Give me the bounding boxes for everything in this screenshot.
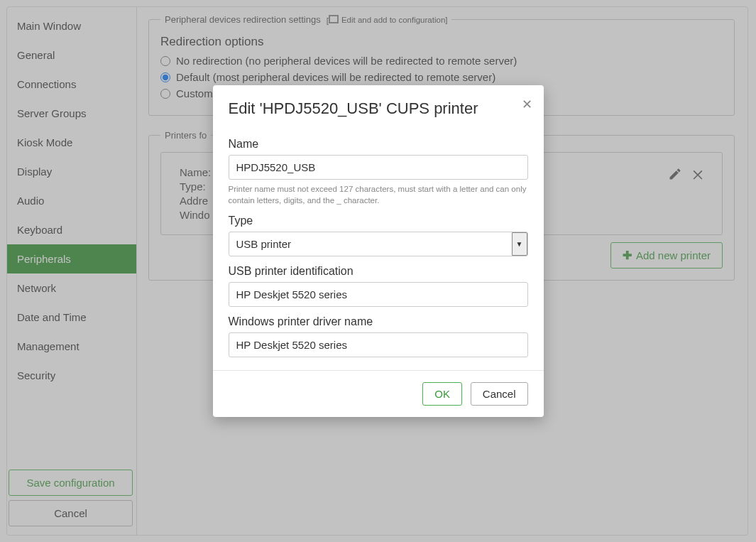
modal-cancel-button[interactable]: Cancel	[471, 382, 528, 406]
printer-type-select[interactable]: USB printer	[229, 232, 528, 256]
win-driver-label: Windows printer driver name	[229, 315, 528, 328]
windows-driver-input[interactable]	[229, 332, 528, 357]
name-helper-text: Printer name must not exceed 127 charact…	[229, 184, 528, 206]
usb-identification-input[interactable]	[229, 282, 528, 307]
edit-printer-modal: Edit 'HPDJ5520_USB' CUPS printer ✕ Name …	[213, 85, 544, 417]
type-label: Type	[229, 215, 528, 227]
printer-name-input[interactable]	[229, 155, 528, 180]
usb-id-label: USB printer identification	[229, 265, 528, 278]
modal-title: Edit 'HPDJ5520_USB' CUPS printer	[229, 99, 528, 118]
name-label: Name	[229, 138, 528, 151]
modal-close-icon[interactable]: ✕	[522, 98, 532, 111]
modal-ok-button[interactable]: OK	[422, 382, 462, 406]
